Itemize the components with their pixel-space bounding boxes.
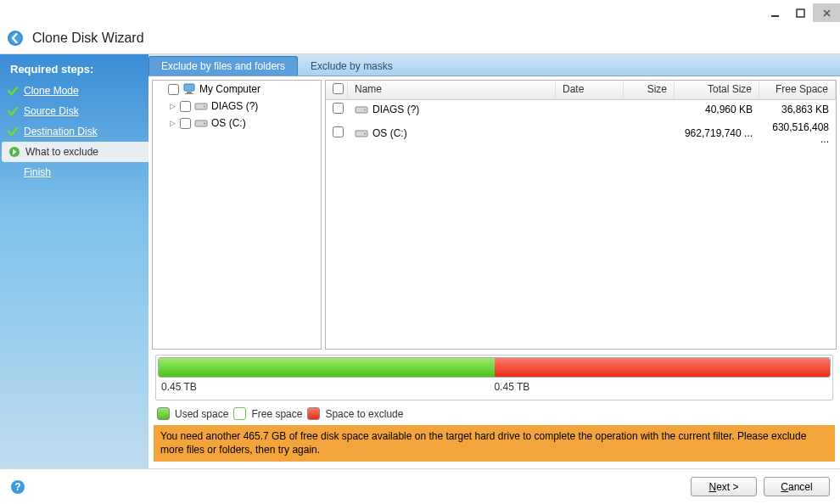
svg-point-11: [204, 123, 205, 125]
wizard-title: Clone Disk Wizard: [32, 31, 144, 46]
window-titlebar: [0, 0, 840, 25]
legend-used: Used space: [175, 408, 228, 420]
close-button[interactable]: [813, 3, 840, 22]
tree-item-label: DIAGS (?): [211, 100, 258, 112]
svg-point-15: [364, 133, 366, 135]
bar-used-segment: [159, 358, 495, 377]
svg-rect-6: [187, 92, 192, 93]
tree-root-label: My Computer: [199, 83, 260, 95]
tree-root[interactable]: My Computer: [153, 81, 321, 98]
svg-point-9: [204, 106, 205, 108]
tree-root-checkbox[interactable]: [168, 84, 179, 95]
header-checkbox[interactable]: [333, 83, 344, 94]
step-destination-disk[interactable]: Destination Disk: [0, 121, 148, 142]
col-total[interactable]: Total Size: [675, 81, 759, 99]
expander-icon[interactable]: ▷: [168, 119, 176, 127]
svg-text:?: ?: [14, 481, 20, 493]
maximize-button[interactable]: [787, 3, 813, 22]
step-clone-mode[interactable]: Clone Mode: [0, 81, 148, 101]
warning-banner: You need another 465.7 GB of free disk s…: [154, 425, 835, 462]
bar-exclude-segment: [495, 358, 831, 377]
col-size[interactable]: Size: [624, 81, 675, 99]
row-checkbox[interactable]: [333, 126, 344, 137]
check-icon: [7, 105, 19, 117]
check-icon: [7, 126, 19, 137]
footer: ? Next > Cancel: [0, 468, 840, 504]
tree-checkbox[interactable]: [180, 101, 191, 112]
tree-item-label: OS (C:): [211, 117, 246, 129]
minimize-button[interactable]: [762, 3, 787, 22]
tab-exclude-masks[interactable]: Exclude by masks: [298, 56, 406, 76]
list-header: Name Date Size Total Size Free Space: [326, 81, 836, 100]
capacity-exclude-label: 0.45 TB: [495, 381, 530, 393]
check-icon: [7, 85, 19, 97]
step-source-disk[interactable]: Source Disk: [0, 101, 148, 121]
list-row[interactable]: DIAGS (?) 40,960 KB 36,863 KB: [326, 100, 836, 119]
tree-checkbox[interactable]: [180, 118, 191, 129]
col-name[interactable]: Name: [348, 81, 556, 99]
steps-sidebar: Required steps: Clone Mode Source Disk D…: [0, 54, 148, 468]
cancel-button[interactable]: Cancel: [764, 477, 830, 496]
svg-rect-1: [797, 9, 804, 17]
drive-icon: [355, 126, 368, 140]
exclude-tabs: Exclude by files and folders Exclude by …: [148, 54, 840, 76]
step-finish[interactable]: Finish: [0, 162, 148, 182]
col-date[interactable]: Date: [556, 81, 624, 99]
svg-rect-5: [184, 84, 194, 91]
svg-point-13: [364, 109, 366, 111]
capacity-gauge: 0.45 TB 0.45 TB: [155, 355, 833, 400]
sidebar-heading: Required steps:: [0, 59, 148, 81]
svg-rect-0: [771, 15, 779, 17]
swatch-free-icon: [233, 407, 246, 420]
help-icon[interactable]: ?: [10, 479, 25, 495]
drive-icon: [355, 103, 368, 116]
swatch-used-icon: [157, 407, 170, 420]
next-button[interactable]: Next >: [691, 477, 757, 496]
arrow-right-icon: [8, 146, 20, 158]
expander-icon[interactable]: ▷: [168, 102, 176, 110]
tree-item-os[interactable]: ▷ OS (C:): [153, 115, 321, 132]
legend: Used space Free space Space to exclude: [148, 404, 840, 425]
swatch-exclude-icon: [307, 407, 320, 420]
step-what-to-exclude[interactable]: What to exclude: [2, 142, 148, 162]
folder-tree[interactable]: My Computer ▷ DIAGS (?) ▷ OS (C:): [152, 80, 322, 350]
row-checkbox[interactable]: [333, 103, 344, 114]
svg-rect-7: [185, 93, 193, 94]
tree-item-diags[interactable]: ▷ DIAGS (?): [153, 98, 321, 115]
list-row[interactable]: OS (C:) 962,719,740 ... 630,516,408 ...: [326, 119, 836, 148]
col-free[interactable]: Free Space: [759, 81, 836, 99]
file-list[interactable]: Name Date Size Total Size Free Space DIA…: [325, 80, 837, 350]
tab-exclude-files[interactable]: Exclude by files and folders: [148, 56, 298, 76]
drive-icon: [194, 116, 208, 130]
wizard-header: Clone Disk Wizard: [0, 25, 840, 54]
capacity-used-label: 0.45 TB: [161, 381, 495, 393]
computer-icon: [182, 82, 196, 96]
legend-exclude: Space to exclude: [325, 408, 403, 420]
back-arrow-icon[interactable]: [7, 30, 24, 47]
legend-free: Free space: [251, 408, 302, 420]
drive-icon: [194, 99, 208, 113]
